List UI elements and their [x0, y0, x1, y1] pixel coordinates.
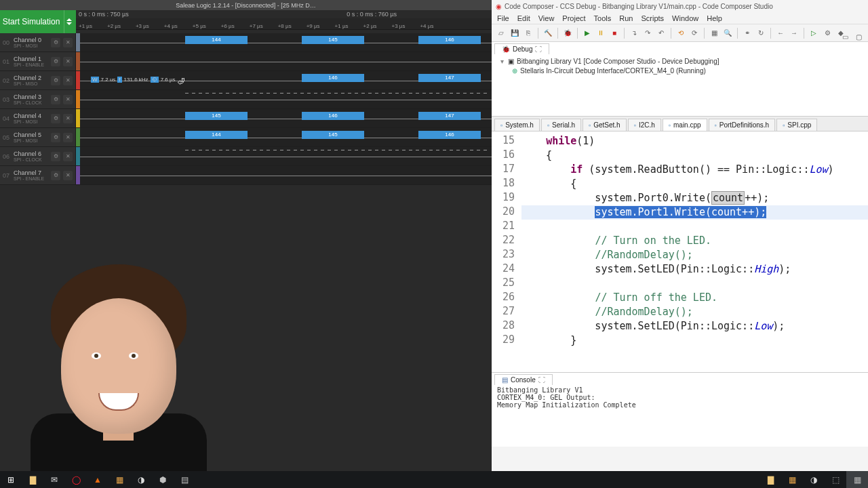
waveform[interactable]: 144145146: [80, 33, 492, 52]
expand-icon[interactable]: ▾: [498, 57, 505, 66]
tab-GetSet-h[interactable]: ▫GetSet.h: [583, 119, 627, 131]
waveform[interactable]: 145146147: [80, 109, 492, 127]
code-line[interactable]: {: [521, 177, 868, 191]
refresh-icon[interactable]: ↻: [755, 28, 766, 39]
close-icon[interactable]: ✕: [63, 38, 73, 47]
close-icon[interactable]: ✕: [63, 76, 73, 85]
console-tab[interactable]: ▤ Console⛶: [494, 374, 553, 385]
taskbar-calendar-active[interactable]: ▦: [781, 471, 803, 488]
gear-icon[interactable]: ⚙: [822, 28, 833, 39]
menu-edit[interactable]: Edit: [517, 14, 530, 22]
data-burst[interactable]: 146: [302, 112, 364, 120]
gear-icon[interactable]: ⚙: [51, 114, 60, 123]
build-icon[interactable]: 🔨: [542, 28, 553, 39]
channel-label[interactable]: 04 Channel 4SPI - MOSI ⚙ ✕: [0, 109, 76, 127]
menu-project[interactable]: Project: [562, 14, 585, 22]
close-icon[interactable]: ✕: [63, 95, 73, 104]
gear-icon[interactable]: ⚙: [51, 38, 60, 47]
tab-System-h[interactable]: ▫System.h: [494, 119, 540, 131]
taskbar-vlc[interactable]: ▲: [87, 471, 108, 488]
timeline-ruler[interactable]: 0 s : 0 ms : 750 µs 0 s : 0 ms : 760 µs …: [76, 10, 492, 33]
taskbar-mail[interactable]: ✉: [43, 471, 65, 488]
code-line[interactable]: //RandomDelay();: [521, 248, 868, 262]
code-line[interactable]: //RandomDelay();: [521, 305, 868, 319]
resume-icon[interactable]: ▶: [582, 28, 593, 39]
gear-icon[interactable]: ⚙: [51, 95, 60, 104]
waveform[interactable]: [80, 147, 492, 165]
run-icon[interactable]: ▷: [808, 28, 819, 39]
gear-icon[interactable]: ⚙: [51, 171, 60, 180]
save-icon[interactable]: 💾: [509, 28, 520, 39]
code-line[interactable]: }: [521, 333, 868, 348]
restart-icon[interactable]: ⟲: [675, 28, 686, 39]
debug-icon[interactable]: 🐞: [562, 28, 573, 39]
gear-icon[interactable]: ⚙: [51, 76, 60, 85]
taskbar-file-explorer[interactable]: ▇: [22, 471, 43, 488]
data-burst[interactable]: 146: [418, 131, 481, 139]
code-line[interactable]: [521, 277, 868, 291]
data-burst[interactable]: 145: [302, 131, 364, 139]
menu-window[interactable]: Window: [672, 14, 698, 22]
code-line[interactable]: if (system.ReadButton() == Pin::Logic::L…: [521, 163, 868, 177]
channel-label[interactable]: 03 Channel 3SPI - CLOCK ⚙ ✕: [0, 90, 76, 108]
taskbar-opera[interactable]: ◯: [65, 471, 87, 488]
data-burst[interactable]: 147: [418, 112, 481, 120]
data-burst[interactable]: 146: [302, 74, 364, 82]
close-icon[interactable]: ✕: [63, 152, 73, 161]
menu-bar[interactable]: FileEditViewProjectToolsRunScriptsWindow…: [492, 12, 868, 24]
waveform[interactable]: [80, 52, 492, 70]
zoom-icon[interactable]: 🔍: [722, 28, 733, 39]
tab-I2C-h[interactable]: ▫I2C.h: [628, 119, 661, 131]
code-line[interactable]: system.Port0.Write(count++);: [521, 191, 868, 205]
code-line[interactable]: [521, 220, 868, 234]
connect-icon[interactable]: ⚭: [742, 28, 753, 39]
gear-icon[interactable]: ⚙: [51, 152, 60, 161]
data-burst[interactable]: 145: [185, 112, 248, 120]
gear-icon[interactable]: ⚙: [51, 57, 60, 66]
close-icon[interactable]: ✕: [63, 114, 73, 123]
data-burst[interactable]: 144: [185, 131, 248, 139]
data-burst[interactable]: 144: [185, 36, 248, 44]
code-line[interactable]: while(1): [521, 134, 868, 148]
nav-back-icon[interactable]: ←: [775, 28, 786, 39]
taskbar-saleae[interactable]: ▦: [846, 471, 868, 488]
code-line[interactable]: // Turn off the LED.: [521, 291, 868, 305]
code-line[interactable]: {: [521, 148, 868, 163]
start-simulation-button[interactable]: Start Simulation: [0, 10, 76, 33]
menu-help[interactable]: Help: [707, 14, 722, 22]
close-icon[interactable]: ✕: [63, 171, 73, 180]
waveform[interactable]: [80, 166, 492, 184]
menu-run[interactable]: Run: [619, 14, 633, 22]
debug-tree-child[interactable]: ⊕ Stellaris In-Circuit Debug Interface/C…: [498, 66, 861, 76]
tab-Serial-h[interactable]: ▫Serial.h: [541, 119, 581, 131]
taskbar-start[interactable]: ⊞: [0, 471, 22, 488]
step-into-icon[interactable]: ↴: [629, 28, 639, 39]
waveform[interactable]: 144145146: [80, 128, 492, 146]
maximize-pane-icon[interactable]: ▢: [853, 31, 864, 42]
tab-main-cpp[interactable]: ▫main.cpp: [663, 119, 707, 131]
channel-label[interactable]: 06 Channel 6SPI - CLOCK ⚙ ✕: [0, 147, 76, 165]
channel-label[interactable]: 05 Channel 5SPI - MOSI ⚙ ✕: [0, 128, 76, 146]
channel-label[interactable]: 02 Channel 2SPI - MISO ⚙ ✕: [0, 71, 76, 89]
taskbar-obs[interactable]: ◑: [130, 471, 152, 488]
menu-view[interactable]: View: [538, 14, 555, 22]
data-burst[interactable]: 145: [302, 36, 364, 44]
debug-tab[interactable]: 🐞 Debug⛶: [494, 43, 549, 54]
save-all-icon[interactable]: ⎘: [523, 28, 534, 39]
gear-icon[interactable]: ⚙: [51, 133, 60, 142]
tab-PortDefinitions-h[interactable]: ▫PortDefinitions.h: [709, 119, 776, 131]
code-editor[interactable]: 151617181920212223242526272829 while(1) …: [492, 131, 868, 372]
close-icon[interactable]: ✕: [63, 133, 73, 142]
taskbar-obs-active[interactable]: ◑: [803, 471, 825, 488]
waveform[interactable]: [80, 90, 492, 108]
taskbar-app1[interactable]: ⬢: [152, 471, 174, 488]
taskbar-file-explorer-active[interactable]: ▇: [760, 471, 781, 488]
channel-label[interactable]: 01 Channel 1SPI - ENABLE ⚙ ✕: [0, 52, 76, 70]
channel-label[interactable]: 00 Channel 0SPI - MOSI ⚙ ✕: [0, 33, 76, 52]
data-burst[interactable]: 147: [418, 74, 481, 82]
reset-icon[interactable]: ⟳: [689, 28, 700, 39]
menu-tools[interactable]: Tools: [594, 14, 612, 22]
step-over-icon[interactable]: ↷: [642, 28, 653, 39]
channel-label[interactable]: 07 Channel 7SPI - ENABLE ⚙ ✕: [0, 166, 76, 184]
step-return-icon[interactable]: ↶: [656, 28, 667, 39]
